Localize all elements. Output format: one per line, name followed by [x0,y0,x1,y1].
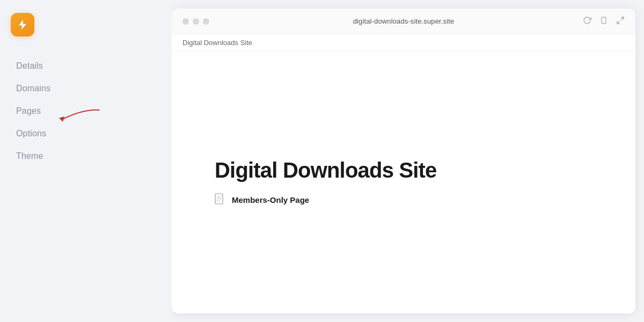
browser-window: digital-downloads-site.super.site [172,9,635,313]
sidebar-item-options[interactable]: Options [10,123,162,144]
browser-tab-bar: Digital Downloads Site [172,34,635,52]
members-page-label: Members-Only Page [232,195,309,204]
main-content: digital-downloads-site.super.site [172,0,644,322]
sidebar-item-theme[interactable]: Theme [10,146,162,166]
mobile-icon[interactable] [600,16,608,27]
sidebar-nav: Details Domains Pages Options Theme [0,56,172,166]
members-page-link[interactable]: Members-Only Page [215,193,309,207]
fullscreen-icon[interactable] [616,16,625,27]
site-title: Digital Downloads Site [215,158,437,182]
lightning-icon [17,19,28,31]
browser-actions [583,16,625,27]
logo-button[interactable] [11,13,34,36]
tab-label: Digital Downloads Site [182,39,252,47]
browser-toolbar: digital-downloads-site.super.site [172,9,635,34]
reload-icon[interactable] [583,16,591,27]
sidebar-item-domains[interactable]: Domains [10,78,162,99]
page-icon [215,193,226,207]
sidebar: Details Domains Pages Options Theme [0,0,172,322]
browser-body: Digital Downloads Site Members-Only Page [172,52,635,313]
sidebar-item-pages[interactable]: Pages [10,101,162,121]
browser-dot-1 [182,18,189,25]
svg-line-4 [617,21,620,24]
browser-dot-2 [193,18,199,25]
browser-url: digital-downloads-site.super.site [353,17,455,25]
svg-line-3 [621,17,624,20]
browser-dots [182,18,209,25]
browser-dot-3 [203,18,209,25]
sidebar-item-details[interactable]: Details [10,56,162,76]
